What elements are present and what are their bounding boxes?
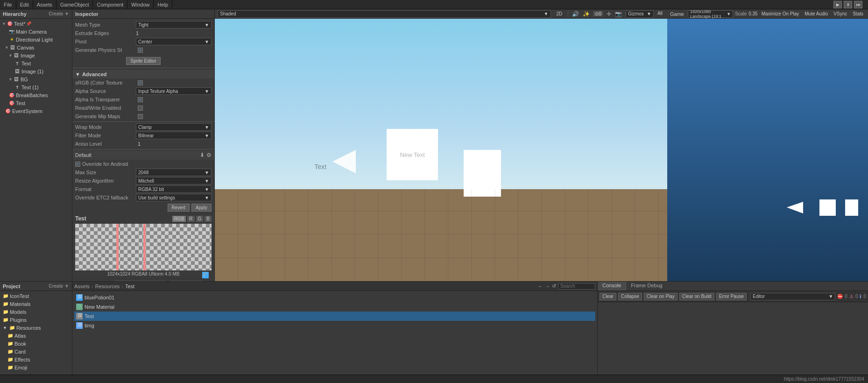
settings-icon[interactable]: ⚙ xyxy=(206,152,212,158)
project-create[interactable]: Create ▼ xyxy=(49,284,69,289)
mesh-type-dropdown[interactable]: Tight ▼ xyxy=(136,21,212,28)
move-tool[interactable]: ✛ xyxy=(607,11,611,17)
project-item-resources[interactable]: ▼ 📁 Resources xyxy=(0,324,72,332)
project-item-icontest[interactable]: 📁 IconTest xyxy=(0,292,72,300)
gen-physics-checkbox[interactable] xyxy=(138,48,143,53)
hierarchy-item-directional-light[interactable]: ☀ Directional Light xyxy=(0,35,72,43)
tab-frame-debug[interactable]: Frame Debug xyxy=(626,282,667,291)
wrap-mode-dropdown[interactable]: Clamp ▼ xyxy=(136,123,212,131)
project-list: 📁 IconTest 📁 Materials 📁 Models 📁 Plugin… xyxy=(0,291,72,375)
apply-button[interactable]: Apply xyxy=(191,204,212,212)
clear-button[interactable]: Clear xyxy=(600,293,616,300)
download-icon[interactable]: ⬇ xyxy=(200,152,205,158)
breadcrumb-resources[interactable]: Resources xyxy=(95,284,120,289)
assets-item-timg[interactable]: 🖼 timg xyxy=(74,321,595,330)
project-item-atlas[interactable]: 📁 Atlas xyxy=(0,332,72,340)
error-pause-button[interactable]: Error Pause xyxy=(716,293,747,300)
menu-edit[interactable]: Edit xyxy=(16,0,33,9)
hierarchy-item-main-camera[interactable]: 📷 Main Camera xyxy=(0,28,72,35)
menu-help[interactable]: Help xyxy=(154,0,172,9)
pivot-dropdown[interactable]: Center ▼ xyxy=(136,38,212,45)
project-item-materials[interactable]: 📁 Materials xyxy=(0,300,72,308)
hierarchy-item-image[interactable]: ▼ 🖼 Image xyxy=(0,51,72,59)
revert-button[interactable]: Revert xyxy=(168,204,190,212)
generate-physics-row: Generate Physics St xyxy=(72,46,214,54)
menu-gameobject[interactable]: GameObject xyxy=(56,0,93,9)
project-item-models[interactable]: 📁 Models xyxy=(0,308,72,316)
scene-view[interactable]: Text New Text xyxy=(215,19,667,281)
shaded-dropdown[interactable]: Shaded ▼ xyxy=(218,10,551,18)
tab-console[interactable]: Console xyxy=(598,282,626,291)
hierarchy-create[interactable]: Create ▼ xyxy=(49,11,69,16)
camera-icon-toolbar[interactable]: 📷 xyxy=(615,11,622,17)
rgb-tab-g[interactable]: G xyxy=(196,216,204,222)
breadcrumb-assets[interactable]: Assets xyxy=(74,284,90,289)
read-write-checkbox[interactable] xyxy=(138,106,143,111)
hierarchy-item-bg[interactable]: ▼ 🖼 BG xyxy=(0,75,72,83)
status-url: https://blog.csdn.net/dmk17771552304 xyxy=(784,376,864,382)
rgb-tab-b[interactable]: B xyxy=(205,216,212,222)
gizmos-dropdown[interactable]: Gizmos ▼ xyxy=(626,10,654,18)
assets-item-bluepotion[interactable]: 🖼 bluePotion01 xyxy=(74,293,595,302)
menu-file[interactable]: File xyxy=(0,0,16,9)
game-arrow-svg xyxy=(787,202,810,213)
play-button[interactable]: ▶ xyxy=(833,1,842,8)
step-button[interactable]: ⏭ xyxy=(854,1,862,8)
resolution-dropdown[interactable]: 1920x1080 Landscape (19:1 ▼ xyxy=(688,10,733,18)
project-item-book[interactable]: 📁 Book xyxy=(0,340,72,348)
filter-mode-dropdown[interactable]: Bilinear ▼ xyxy=(136,132,212,139)
assets-forward-icon[interactable]: → xyxy=(545,284,550,289)
max-size-dropdown[interactable]: 2048 ▼ xyxy=(136,169,212,176)
hierarchy-item-text2[interactable]: T Text (1) xyxy=(0,83,72,91)
hierarchy-item-canvas[interactable]: ▼ 🖼 Canvas xyxy=(0,43,72,51)
project-item-effects[interactable]: 📁 Effects xyxy=(0,355,72,363)
alpha-source-dropdown[interactable]: Input Texture Alpha ▼ xyxy=(136,87,212,95)
assets-item-new-material[interactable]: ⬡ New Material xyxy=(74,302,595,312)
collapse-button[interactable]: Collapse xyxy=(618,293,642,300)
effects-icon[interactable]: ✨ xyxy=(583,11,590,17)
svg-marker-1 xyxy=(787,202,803,213)
maximize-on-play-btn[interactable]: Maximize On Play xyxy=(760,11,801,17)
menu-assets[interactable]: Assets xyxy=(33,0,56,9)
rgb-tab-rgb[interactable]: RGB xyxy=(172,216,186,222)
scene-all-btn[interactable]: All xyxy=(656,10,664,18)
alpha-source-row: Alpha Source Input Texture Alpha ▼ xyxy=(72,87,214,95)
editor-dropdown[interactable]: Editor ▼ xyxy=(750,293,835,300)
assets-refresh-icon[interactable]: ↺ xyxy=(552,283,556,289)
sprite-editor-button[interactable]: Sprite Editor xyxy=(126,57,160,65)
override-etc2-dropdown[interactable]: Use build settings ▼ xyxy=(136,194,212,201)
override-android-checkbox[interactable] xyxy=(75,162,80,167)
pause-button[interactable]: ⏸ xyxy=(844,1,852,8)
assets-item-test[interactable]: 🖼 Test xyxy=(74,312,595,321)
scene-2d-btn[interactable]: 2D xyxy=(555,11,565,17)
format-dropdown[interactable]: RGBA 32 bit ▼ xyxy=(136,185,212,193)
vsync-btn[interactable]: VSync xyxy=(832,11,849,17)
rgb-tab-r[interactable]: R xyxy=(187,216,194,222)
texture-link-icon[interactable]: 🔗 xyxy=(202,272,209,278)
assets-search-input[interactable] xyxy=(558,283,595,290)
project-item-emoji[interactable]: 📁 Emoji xyxy=(0,363,72,371)
srgb-checkbox[interactable] xyxy=(138,80,143,85)
alpha-transp-checkbox[interactable] xyxy=(138,97,143,102)
hierarchy-item-test[interactable]: ▼ 🎯 Test* 📌 xyxy=(0,20,72,28)
project-panel: Project Create ▼ 📁 IconTest 📁 Materials … xyxy=(0,282,72,375)
warning-icon: ⚠ xyxy=(849,294,854,299)
menu-window[interactable]: Window xyxy=(127,0,154,9)
assets-back-icon[interactable]: ← xyxy=(538,284,543,289)
clear-on-build-button[interactable]: Clear on Build xyxy=(679,293,714,300)
fps-display: ⊙0 xyxy=(593,11,603,16)
hierarchy-item-image1[interactable]: 🖼 Image (1) xyxy=(0,67,72,75)
project-item-plugins[interactable]: 📁 Plugins xyxy=(0,316,72,324)
hierarchy-item-event-system[interactable]: 🎯 EventSystem xyxy=(0,107,72,115)
clear-on-play-button[interactable]: Clear on Play xyxy=(644,293,677,300)
hierarchy-item-break-batches[interactable]: 🎯 BreakBatches xyxy=(0,91,72,99)
project-item-card[interactable]: 📁 Card xyxy=(0,348,72,355)
speaker-icon[interactable]: 🔊 xyxy=(572,11,579,17)
gen-mip-checkbox[interactable] xyxy=(138,114,143,119)
hierarchy-item-text1[interactable]: T Text xyxy=(0,59,72,67)
stats-btn[interactable]: Stats xyxy=(851,11,865,17)
menu-component[interactable]: Component xyxy=(93,0,127,9)
mute-audio-btn[interactable]: Mute Audio xyxy=(803,11,830,17)
resize-algo-dropdown[interactable]: Mitchell ▼ xyxy=(136,177,212,184)
hierarchy-item-test-obj[interactable]: 🎯 Test xyxy=(0,99,72,107)
